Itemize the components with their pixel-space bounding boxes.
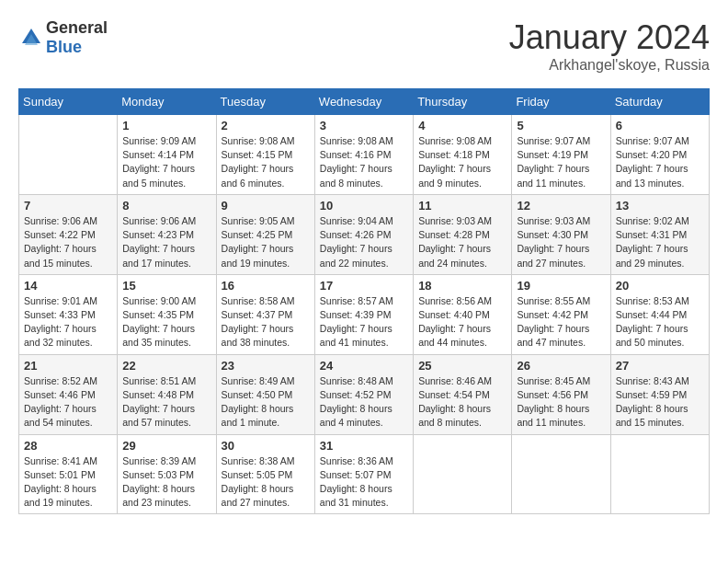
calendar-cell: 17Sunrise: 8:57 AM Sunset: 4:39 PM Dayli… — [314, 274, 413, 354]
day-info: Sunrise: 8:56 AM Sunset: 4:40 PM Dayligh… — [418, 294, 506, 350]
calendar-cell: 30Sunrise: 8:38 AM Sunset: 5:05 PM Dayli… — [216, 434, 314, 514]
location-title: Arkhangel'skoye, Russia — [509, 57, 710, 74]
day-info: Sunrise: 8:41 AM Sunset: 5:01 PM Dayligh… — [24, 454, 112, 511]
calendar-cell: 5Sunrise: 9:07 AM Sunset: 4:19 PM Daylig… — [512, 115, 610, 195]
calendar-cell: 4Sunrise: 9:08 AM Sunset: 4:18 PM Daylig… — [414, 115, 512, 195]
day-info: Sunrise: 9:04 AM Sunset: 4:26 PM Dayligh… — [320, 214, 408, 270]
calendar-cell: 15Sunrise: 9:00 AM Sunset: 4:35 PM Dayli… — [118, 274, 216, 354]
calendar-cell: 24Sunrise: 8:48 AM Sunset: 4:52 PM Dayli… — [314, 354, 413, 434]
calendar-cell: 23Sunrise: 8:49 AM Sunset: 4:50 PM Dayli… — [216, 354, 314, 434]
calendar-cell: 20Sunrise: 8:53 AM Sunset: 4:44 PM Dayli… — [610, 274, 709, 354]
title-block: January 2024 Arkhangel'skoye, Russia — [509, 18, 710, 74]
day-info: Sunrise: 8:51 AM Sunset: 4:48 PM Dayligh… — [122, 374, 210, 431]
calendar-cell: 9Sunrise: 9:05 AM Sunset: 4:25 PM Daylig… — [216, 194, 314, 274]
calendar-cell: 18Sunrise: 8:56 AM Sunset: 4:40 PM Dayli… — [414, 274, 512, 354]
day-number: 4 — [418, 119, 506, 132]
logo-blue: Blue — [46, 38, 82, 56]
day-number: 19 — [517, 279, 605, 293]
day-info: Sunrise: 9:07 AM Sunset: 4:19 PM Dayligh… — [517, 134, 605, 190]
calendar-cell — [512, 434, 610, 514]
day-number: 27 — [616, 359, 704, 373]
day-number: 31 — [320, 439, 408, 453]
day-info: Sunrise: 8:43 AM Sunset: 4:59 PM Dayligh… — [616, 374, 704, 431]
calendar-cell — [414, 434, 512, 514]
calendar-cell: 26Sunrise: 8:45 AM Sunset: 4:56 PM Dayli… — [512, 354, 610, 434]
weekday-header: Friday — [512, 89, 610, 115]
day-number: 6 — [616, 119, 704, 132]
day-info: Sunrise: 9:07 AM Sunset: 4:20 PM Dayligh… — [616, 134, 704, 190]
calendar-cell — [610, 434, 709, 514]
logo-general: General — [46, 18, 108, 37]
day-info: Sunrise: 9:02 AM Sunset: 4:31 PM Dayligh… — [616, 214, 704, 270]
page-header: General Blue January 2024 Arkhangel'skoy… — [18, 18, 710, 74]
calendar-cell: 6Sunrise: 9:07 AM Sunset: 4:20 PM Daylig… — [610, 115, 709, 195]
weekday-header: Tuesday — [216, 89, 314, 115]
day-number: 10 — [320, 199, 408, 213]
calendar-cell: 16Sunrise: 8:58 AM Sunset: 4:37 PM Dayli… — [216, 274, 314, 354]
weekday-header: Monday — [118, 89, 216, 115]
day-info: Sunrise: 8:48 AM Sunset: 4:52 PM Dayligh… — [320, 374, 408, 431]
day-number: 29 — [122, 439, 210, 453]
day-number: 5 — [517, 119, 605, 132]
day-info: Sunrise: 8:55 AM Sunset: 4:42 PM Dayligh… — [517, 294, 605, 350]
day-info: Sunrise: 8:45 AM Sunset: 4:56 PM Dayligh… — [517, 374, 605, 431]
day-number: 9 — [222, 199, 310, 213]
day-info: Sunrise: 9:08 AM Sunset: 4:15 PM Dayligh… — [222, 134, 310, 190]
calendar-table: SundayMondayTuesdayWednesdayThursdayFrid… — [18, 88, 710, 514]
day-info: Sunrise: 9:08 AM Sunset: 4:16 PM Dayligh… — [320, 134, 408, 190]
day-number: 30 — [222, 439, 310, 453]
day-info: Sunrise: 9:01 AM Sunset: 4:33 PM Dayligh… — [24, 294, 112, 350]
weekday-header: Saturday — [610, 89, 709, 115]
calendar-week-row: 21Sunrise: 8:52 AM Sunset: 4:46 PM Dayli… — [19, 354, 710, 434]
calendar-cell: 10Sunrise: 9:04 AM Sunset: 4:26 PM Dayli… — [314, 194, 413, 274]
day-number: 28 — [24, 439, 112, 453]
day-number: 17 — [320, 279, 408, 293]
day-info: Sunrise: 9:06 AM Sunset: 4:22 PM Dayligh… — [24, 214, 112, 270]
day-info: Sunrise: 8:39 AM Sunset: 5:03 PM Dayligh… — [122, 454, 210, 511]
calendar-cell: 1Sunrise: 9:09 AM Sunset: 4:14 PM Daylig… — [118, 115, 216, 195]
calendar-cell: 19Sunrise: 8:55 AM Sunset: 4:42 PM Dayli… — [512, 274, 610, 354]
calendar-cell: 13Sunrise: 9:02 AM Sunset: 4:31 PM Dayli… — [610, 194, 709, 274]
day-number: 3 — [320, 119, 408, 132]
day-number: 20 — [616, 279, 704, 293]
calendar-cell: 29Sunrise: 8:39 AM Sunset: 5:03 PM Dayli… — [118, 434, 216, 514]
calendar-cell: 14Sunrise: 9:01 AM Sunset: 4:33 PM Dayli… — [19, 274, 118, 354]
day-number: 21 — [24, 359, 112, 373]
day-info: Sunrise: 8:53 AM Sunset: 4:44 PM Dayligh… — [616, 294, 704, 350]
day-number: 16 — [222, 279, 310, 293]
day-info: Sunrise: 8:38 AM Sunset: 5:05 PM Dayligh… — [222, 454, 310, 511]
day-info: Sunrise: 9:03 AM Sunset: 4:30 PM Dayligh… — [517, 214, 605, 270]
day-info: Sunrise: 8:58 AM Sunset: 4:37 PM Dayligh… — [222, 294, 310, 350]
calendar-cell: 2Sunrise: 9:08 AM Sunset: 4:15 PM Daylig… — [216, 115, 314, 195]
day-number: 14 — [24, 279, 112, 293]
calendar-cell: 27Sunrise: 8:43 AM Sunset: 4:59 PM Dayli… — [610, 354, 709, 434]
day-number: 13 — [616, 199, 704, 213]
day-info: Sunrise: 8:36 AM Sunset: 5:07 PM Dayligh… — [320, 454, 408, 511]
day-info: Sunrise: 8:57 AM Sunset: 4:39 PM Dayligh… — [320, 294, 408, 350]
logo: General Blue — [18, 18, 108, 57]
month-title: January 2024 — [509, 18, 710, 57]
calendar-week-row: 28Sunrise: 8:41 AM Sunset: 5:01 PM Dayli… — [19, 434, 710, 514]
calendar-cell: 22Sunrise: 8:51 AM Sunset: 4:48 PM Dayli… — [118, 354, 216, 434]
day-info: Sunrise: 9:06 AM Sunset: 4:23 PM Dayligh… — [122, 214, 210, 270]
logo-icon — [18, 25, 44, 51]
calendar-cell: 3Sunrise: 9:08 AM Sunset: 4:16 PM Daylig… — [314, 115, 413, 195]
calendar-week-row: 1Sunrise: 9:09 AM Sunset: 4:14 PM Daylig… — [19, 115, 710, 195]
day-info: Sunrise: 9:08 AM Sunset: 4:18 PM Dayligh… — [418, 134, 506, 190]
weekday-header-row: SundayMondayTuesdayWednesdayThursdayFrid… — [19, 89, 710, 115]
day-number: 8 — [122, 199, 210, 213]
calendar-cell: 11Sunrise: 9:03 AM Sunset: 4:28 PM Dayli… — [414, 194, 512, 274]
calendar-cell: 7Sunrise: 9:06 AM Sunset: 4:22 PM Daylig… — [19, 194, 118, 274]
day-number: 15 — [122, 279, 210, 293]
calendar-cell: 12Sunrise: 9:03 AM Sunset: 4:30 PM Dayli… — [512, 194, 610, 274]
weekday-header: Wednesday — [314, 89, 413, 115]
day-number: 18 — [418, 279, 506, 293]
logo-text: General Blue — [46, 18, 108, 57]
day-number: 7 — [24, 199, 112, 213]
day-info: Sunrise: 9:03 AM Sunset: 4:28 PM Dayligh… — [418, 214, 506, 270]
calendar-cell: 21Sunrise: 8:52 AM Sunset: 4:46 PM Dayli… — [19, 354, 118, 434]
calendar-cell: 8Sunrise: 9:06 AM Sunset: 4:23 PM Daylig… — [118, 194, 216, 274]
day-number: 23 — [222, 359, 310, 373]
day-info: Sunrise: 9:09 AM Sunset: 4:14 PM Dayligh… — [122, 134, 210, 190]
day-number: 25 — [418, 359, 506, 373]
